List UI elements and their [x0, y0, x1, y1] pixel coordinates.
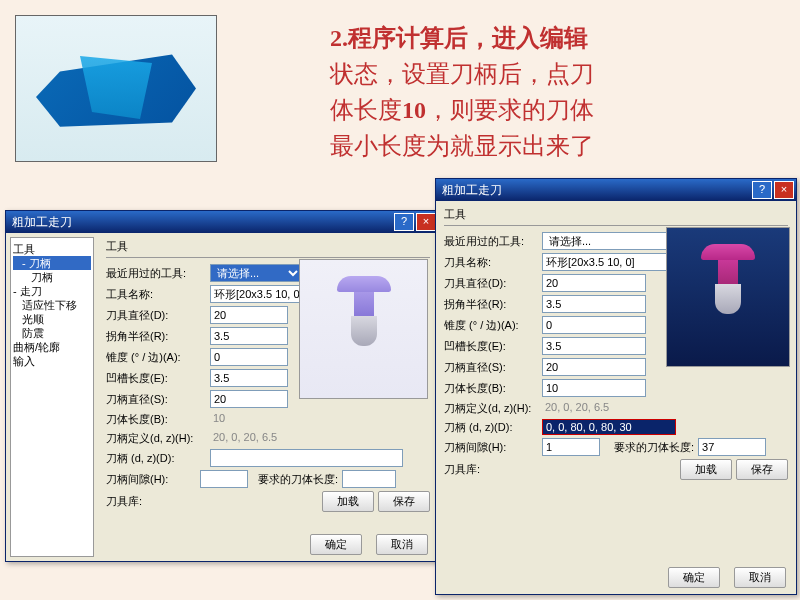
- groove-input[interactable]: [210, 369, 288, 387]
- close-button[interactable]: ×: [774, 181, 794, 199]
- instruction-text: 2.程序计算后，进入编辑 状态，设置刀柄后，点刀 体长度10，则要求的刀体 最小…: [330, 20, 775, 164]
- taper-input[interactable]: [210, 348, 288, 366]
- holder-input-highlight[interactable]: 0, 0, 80, 0, 80, 30: [542, 419, 676, 435]
- help-button[interactable]: ?: [752, 181, 772, 199]
- dialog-title: 粗加工走刀: [442, 182, 750, 199]
- save-button[interactable]: 保存: [378, 491, 430, 512]
- tool-preview: [299, 259, 428, 399]
- tool-preview: [666, 227, 790, 367]
- body-len-input: 10: [210, 411, 286, 427]
- load-button[interactable]: 加载: [322, 491, 374, 512]
- gap-input[interactable]: [200, 470, 248, 488]
- holder-def: 20, 0, 20, 6.5: [542, 400, 768, 416]
- model-preview: [15, 15, 217, 162]
- recent-select[interactable]: 请选择...: [210, 264, 302, 282]
- corner-input[interactable]: [210, 327, 288, 345]
- nav-tree[interactable]: 工具- 刀柄刀柄 - 走刀适应性下移光顺防震 曲柄/轮廓输入: [10, 237, 94, 557]
- groove-input[interactable]: [542, 337, 646, 355]
- cancel-button[interactable]: 取消: [734, 567, 786, 588]
- titlebar[interactable]: 粗加工走刀 ? ×: [436, 179, 796, 201]
- diameter-input[interactable]: [210, 306, 288, 324]
- taper-input[interactable]: [542, 316, 646, 334]
- reqlen-output[interactable]: [698, 438, 766, 456]
- help-button[interactable]: ?: [394, 213, 414, 231]
- holder-def: 20, 0, 20, 6.5: [210, 430, 401, 446]
- diameter-input[interactable]: [542, 274, 646, 292]
- load-button[interactable]: 加载: [680, 459, 732, 480]
- save-button[interactable]: 保存: [736, 459, 788, 480]
- ok-button[interactable]: 确定: [668, 567, 720, 588]
- reqlen-input[interactable]: [342, 470, 396, 488]
- holder-input[interactable]: [210, 449, 403, 467]
- ok-button[interactable]: 确定: [310, 534, 362, 555]
- dialog-rough-2: 粗加工走刀 ? × 工具 最近用过的工具:请选择... 刀具名称: 刀具直径(D…: [435, 178, 797, 595]
- shank-diam-input[interactable]: [210, 390, 288, 408]
- gap-input[interactable]: [542, 438, 600, 456]
- dialog-rough-1: 粗加工走刀 ? × 工具- 刀柄刀柄 - 走刀适应性下移光顺防震 曲柄/轮廓输入…: [5, 210, 439, 562]
- tab-tool[interactable]: 工具: [106, 239, 430, 258]
- body-len-input[interactable]: [542, 379, 646, 397]
- cancel-button[interactable]: 取消: [376, 534, 428, 555]
- titlebar[interactable]: 粗加工走刀 ? ×: [6, 211, 438, 233]
- dialog-title: 粗加工走刀: [12, 214, 392, 231]
- shank-diam-input[interactable]: [542, 358, 646, 376]
- tab-tool[interactable]: 工具: [444, 207, 788, 226]
- step-num: 2.: [330, 25, 348, 51]
- corner-input[interactable]: [542, 295, 646, 313]
- close-button[interactable]: ×: [416, 213, 436, 231]
